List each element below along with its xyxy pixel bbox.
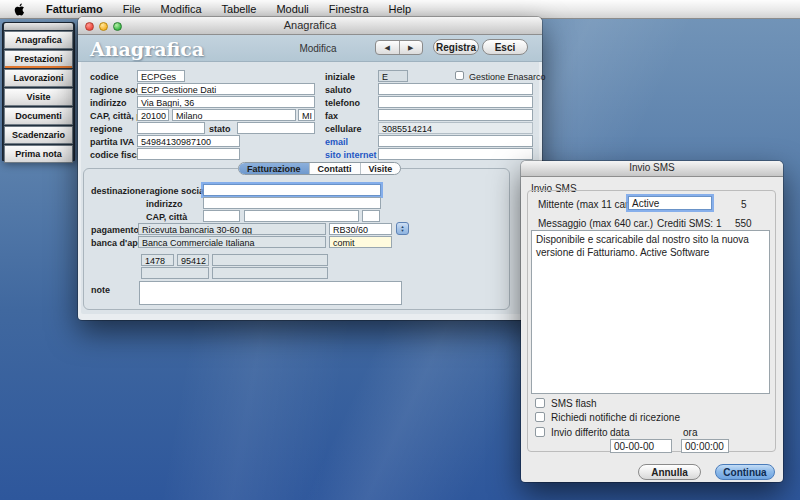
pagamento-label: pagamento	[91, 225, 139, 235]
iban-field-2[interactable]	[212, 267, 328, 279]
dest-indirizzo-field[interactable]	[203, 197, 381, 209]
sidebar-item-prima-nota[interactable]: Prima nota	[4, 145, 73, 163]
tab-visite[interactable]: Visite	[360, 163, 401, 174]
sidebar-item-visite[interactable]: Visite	[4, 88, 73, 106]
dest-pr-field[interactable]	[362, 210, 380, 222]
pagamento-stepper[interactable]: ▲ ▼	[396, 222, 409, 235]
notifiche-checkbox[interactable]	[535, 412, 545, 422]
invio-differito-label: Invio differito	[551, 427, 608, 438]
sidebar-item-lavorazioni[interactable]: Lavorazioni	[4, 69, 73, 87]
mittente-field[interactable]: Active	[628, 196, 712, 210]
prev-record-button[interactable]: ◀	[376, 41, 400, 54]
sms-flash-label: SMS flash	[551, 398, 597, 409]
stato-field[interactable]	[237, 122, 315, 134]
crediti-label: Crediti SMS: 1	[657, 218, 721, 229]
continua-button[interactable]: Continua	[715, 464, 775, 480]
annulla-button[interactable]: Annulla	[638, 464, 701, 480]
tab-fatturazione[interactable]: Fatturazione	[239, 163, 309, 174]
pr-field[interactable]: MI	[298, 109, 315, 121]
cellulare-field[interactable]: 3085514214	[378, 122, 533, 134]
pagamento-field[interactable]: Ricevuta bancaria 30-60 gg	[138, 223, 326, 235]
messaggio-label: Messaggio (max 640 car.)	[538, 218, 653, 229]
menu-item-help[interactable]: Help	[379, 3, 422, 15]
iniziale-field[interactable]: E	[378, 70, 408, 82]
sms-title-bar[interactable]: Invio SMS	[521, 161, 783, 177]
abi-field[interactable]: 1478	[141, 254, 174, 266]
iban-field-1[interactable]	[141, 267, 209, 279]
active-module-highlight	[5, 66, 72, 68]
citta-field[interactable]: Milano	[172, 109, 296, 121]
anagrafica-window: Anagrafica Anagrafica Modifica ◀ ▶ Regis…	[78, 17, 542, 320]
registra-button[interactable]: Registra	[433, 39, 479, 55]
ragione-sociale-field[interactable]: ECP Gestione Dati	[137, 83, 315, 95]
sidebar-item-prestazioni[interactable]: Prestazioni	[4, 50, 73, 68]
partita-iva-field[interactable]: 54984130987100	[137, 135, 240, 147]
sidebar-item-label: Documenti	[15, 111, 62, 121]
tab-contatti[interactable]: Contatti	[309, 163, 360, 174]
email-field[interactable]	[378, 135, 533, 147]
email-label[interactable]: email	[325, 137, 348, 147]
destinazione-label: destinazione	[91, 186, 146, 196]
codice-fiscale-field[interactable]	[137, 148, 240, 160]
dest-citta-field[interactable]	[244, 210, 359, 222]
cab-field[interactable]: 95412	[177, 254, 209, 266]
fax-field[interactable]	[378, 109, 533, 121]
menu-item-modifica[interactable]: Modifica	[151, 3, 212, 15]
dest-ragione-field[interactable]	[203, 184, 381, 196]
dest-cap-field[interactable]	[203, 210, 240, 222]
sito-internet-label[interactable]: sito internet	[325, 150, 377, 160]
invio-sms-window: Invio SMS Invio SMS Mittente (max 11 car…	[521, 161, 783, 482]
data-field[interactable]: 00-00-00	[610, 439, 672, 453]
apple-menu-icon[interactable]	[0, 3, 36, 16]
menu-item-tabelle[interactable]: Tabelle	[212, 3, 267, 15]
pagamento-code-field[interactable]: RB30/60	[329, 223, 392, 235]
banca-code-field[interactable]: comit	[329, 236, 392, 248]
sidebar-item-scadenzario[interactable]: Scadenzario	[4, 126, 73, 144]
mittente-label: Mittente (max 11 car.):	[538, 199, 637, 210]
regione-label: regione	[90, 124, 123, 134]
mittente-count: 5	[741, 199, 747, 210]
note-label: note	[91, 285, 110, 295]
sidebar-item-anagrafica[interactable]: Anagrafica	[4, 31, 73, 49]
record-navigator: ◀ ▶	[375, 40, 423, 55]
cap-field[interactable]: 20100	[137, 109, 169, 121]
esci-button[interactable]: Esci	[482, 39, 528, 55]
sidebar-item-label: Prima nota	[15, 149, 62, 159]
cellulare-label: cellulare	[325, 124, 362, 134]
menu-item-moduli[interactable]: Moduli	[266, 3, 318, 15]
invio-differito-checkbox[interactable]	[535, 427, 545, 437]
saluto-field[interactable]	[378, 83, 533, 95]
mode-label: Modifica	[278, 43, 358, 54]
note-field[interactable]	[139, 281, 402, 305]
menu-item-file[interactable]: File	[113, 3, 151, 15]
menu-item-finestra[interactable]: Finestra	[319, 3, 379, 15]
next-record-button[interactable]: ▶	[400, 41, 423, 54]
sito-internet-field[interactable]	[378, 148, 533, 160]
dest-ragione-label: ragione sociale	[146, 186, 212, 196]
gestione-enasarco-label: Gestione Enasarco	[469, 72, 546, 82]
window-title: Anagrafica	[78, 19, 542, 31]
telefono-field[interactable]	[378, 96, 533, 108]
banca-field[interactable]: Banca Commerciale Italiana	[138, 236, 326, 248]
conto-field[interactable]	[212, 254, 328, 266]
section-tabs: Fatturazione Contatti Visite	[238, 162, 401, 175]
sidebar-item-label: Anagrafica	[15, 35, 62, 45]
sidebar-item-label: Visite	[27, 92, 51, 102]
anagrafica-title-bar[interactable]: Anagrafica	[78, 17, 542, 35]
page-title: Anagrafica	[90, 38, 204, 60]
sms-flash-checkbox[interactable]	[535, 398, 545, 408]
sms-content: Invio SMS Mittente (max 11 car.): Active…	[521, 177, 783, 482]
palette-title-bar[interactable]	[4, 23, 73, 30]
gestione-enasarco-checkbox[interactable]	[455, 71, 464, 80]
menu-item-fatturiamo[interactable]: Fatturiamo	[36, 3, 113, 15]
module-palette: Anagrafica Prestazioni Lavorazioni Visit…	[2, 22, 75, 161]
indirizzo-field[interactable]: Via Bagni, 36	[137, 96, 315, 108]
codice-label: codice	[90, 72, 119, 82]
stepper-down-icon: ▼	[401, 229, 405, 233]
codice-field[interactable]: ECPGes	[137, 70, 185, 82]
regione-field[interactable]	[137, 122, 205, 134]
ora-field[interactable]: 00:00:00	[681, 439, 729, 453]
sidebar-item-documenti[interactable]: Documenti	[4, 107, 73, 125]
messaggio-field[interactable]: Disponibile e scaricabile dal nostro sit…	[531, 230, 770, 394]
dest-cap-label: CAP, città	[146, 212, 187, 222]
